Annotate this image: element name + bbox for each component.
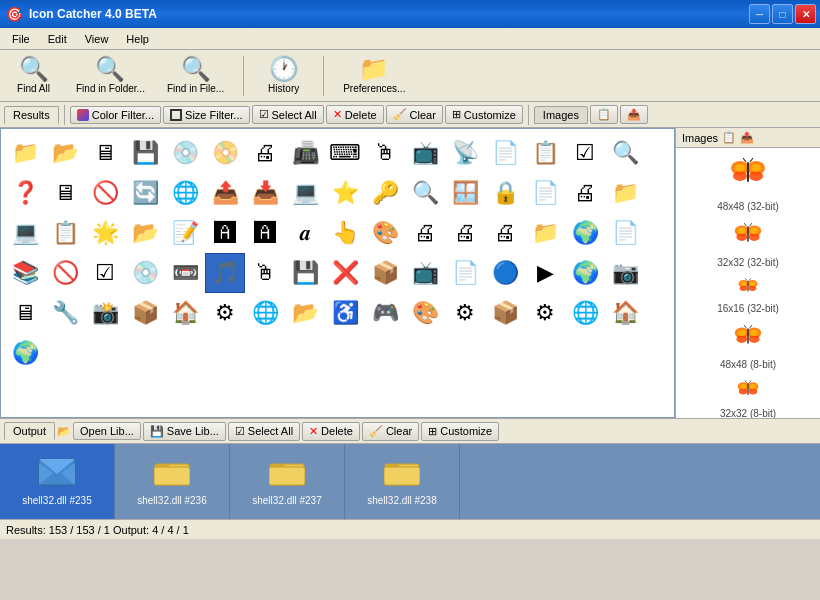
minimize-button[interactable]: ─ — [749, 4, 770, 24]
save-lib-button[interactable]: 💾 Save Lib... — [143, 422, 226, 441]
icon-cell[interactable]: 📦 — [485, 293, 525, 333]
icon-cell[interactable]: 💾 — [285, 253, 325, 293]
icon-cell[interactable]: 💿 — [125, 253, 165, 293]
icon-cell[interactable]: 🅰 — [245, 213, 285, 253]
icon-cell[interactable]: 📀 — [205, 133, 245, 173]
preferences-button[interactable]: 📁 Preferences... — [336, 54, 412, 97]
icon-cell[interactable]: 📥 — [245, 173, 285, 213]
icon-cell[interactable]: 📄 — [445, 253, 485, 293]
icon-cell[interactable]: 💻 — [5, 213, 45, 253]
icon-cell[interactable]: 🪟 — [445, 173, 485, 213]
icon-cell[interactable]: 💾 — [125, 133, 165, 173]
icon-cell[interactable]: 🎨 — [365, 213, 405, 253]
find-all-button[interactable]: 🔍 Find All — [6, 54, 61, 97]
icon-cell[interactable]: 💿 — [165, 133, 205, 173]
thumb-item[interactable]: shell32.dll #238 — [345, 444, 460, 519]
icon-cell[interactable]: 🌍 — [5, 333, 45, 373]
icon-cell[interactable]: 🌐 — [245, 293, 285, 333]
icon-cell[interactable]: 🔧 — [45, 293, 85, 333]
output-delete-button[interactable]: ✕ Delete — [302, 422, 360, 441]
icon-cell[interactable]: 🚫 — [85, 173, 125, 213]
icon-cell[interactable]: 📸 — [85, 293, 125, 333]
results-delete-button[interactable]: ✕ Delete — [326, 105, 384, 124]
icon-cell[interactable]: 📁 — [605, 173, 645, 213]
icon-cell[interactable]: 📦 — [365, 253, 405, 293]
menu-view[interactable]: View — [77, 31, 117, 47]
icon-cell[interactable]: 📺 — [405, 133, 445, 173]
close-button[interactable]: ✕ — [795, 4, 816, 24]
icon-cell[interactable]: 🔍 — [405, 173, 445, 213]
icon-cell[interactable]: 📼 — [165, 253, 205, 293]
icon-cell[interactable]: 🔵 — [485, 253, 525, 293]
output-tab[interactable]: Output — [4, 422, 55, 440]
icon-cell[interactable]: 🖥 — [45, 173, 85, 213]
icon-cell[interactable]: 🖱 — [245, 253, 285, 293]
icon-cell[interactable]: ❌ — [325, 253, 365, 293]
icon-cell[interactable]: 📤 — [205, 173, 245, 213]
icon-cell[interactable]: 🏠 — [605, 293, 645, 333]
color-filter-button[interactable]: Color Filter... — [70, 106, 161, 124]
icon-cell[interactable]: 📄 — [485, 133, 525, 173]
results-select-all-button[interactable]: ☑ Select All — [252, 105, 324, 124]
menu-help[interactable]: Help — [118, 31, 157, 47]
icon-cell[interactable]: ⚙ — [525, 293, 565, 333]
icon-cell[interactable]: 🌐 — [165, 173, 205, 213]
icon-cell[interactable]: ▶ — [525, 253, 565, 293]
thumb-item[interactable]: shell32.dll #235 — [0, 444, 115, 519]
open-lib-button[interactable]: Open Lib... — [73, 422, 141, 440]
icon-cell[interactable]: 🖱 — [365, 133, 405, 173]
thumb-item[interactable]: shell32.dll #236 — [115, 444, 230, 519]
icon-cell[interactable]: 🖨 — [445, 213, 485, 253]
icon-cell[interactable]: 📁 — [525, 213, 565, 253]
icon-cell[interactable]: 🎨 — [405, 293, 445, 333]
results-clear-button[interactable]: 🧹 Clear — [386, 105, 443, 124]
icon-cell[interactable]: 📚 — [5, 253, 45, 293]
icon-cell[interactable]: ⚙ — [205, 293, 245, 333]
images-export-button[interactable]: 📤 — [620, 105, 648, 124]
icon-cell[interactable]: 👆 — [325, 213, 365, 253]
icon-cell[interactable]: 🏠 — [165, 293, 205, 333]
icon-cell[interactable]: 📁 — [5, 133, 45, 173]
icon-cell[interactable]: 🖥 — [85, 133, 125, 173]
icon-cell[interactable]: 🔑 — [365, 173, 405, 213]
icon-cell[interactable]: 🌐 — [565, 293, 605, 333]
icon-cell[interactable]: 🎵 — [205, 253, 245, 293]
icon-cell[interactable]: ⚙ — [445, 293, 485, 333]
icon-cell[interactable]: 🖨 — [485, 213, 525, 253]
images-copy-button[interactable]: 📋 — [590, 105, 618, 124]
output-clear-button[interactable]: 🧹 Clear — [362, 422, 419, 441]
thumb-item[interactable]: shell32.dll #237 — [230, 444, 345, 519]
size-filter-button[interactable]: Size Filter... — [163, 106, 249, 124]
icon-cell[interactable]: ⌨ — [325, 133, 365, 173]
icon-cell[interactable]: 🔍 — [605, 133, 645, 173]
icon-cell[interactable]: ⭐ — [325, 173, 365, 213]
icon-cell[interactable]: 📄 — [605, 213, 645, 253]
menu-edit[interactable]: Edit — [40, 31, 75, 47]
icon-cell[interactable]: 📠 — [285, 133, 325, 173]
icon-cell[interactable]: 🌍 — [565, 213, 605, 253]
icon-cell[interactable]: 🖥 — [5, 293, 45, 333]
icon-cell[interactable]: 📺 — [405, 253, 445, 293]
results-customize-button[interactable]: ⊞ Customize — [445, 105, 523, 124]
output-customize-button[interactable]: ⊞ Customize — [421, 422, 499, 441]
icon-cell[interactable]: 💻 — [285, 173, 325, 213]
icon-cell[interactable]: 📋 — [525, 133, 565, 173]
icon-cell[interactable]: 📂 — [125, 213, 165, 253]
icon-cell[interactable]: 🎮 — [365, 293, 405, 333]
icon-cell[interactable]: 📂 — [45, 133, 85, 173]
history-button[interactable]: 🕐 History — [256, 54, 311, 97]
icon-cell[interactable]: 📋 — [45, 213, 85, 253]
icon-cell[interactable]: 🌍 — [565, 253, 605, 293]
find-file-button[interactable]: 🔍 Find in File... — [160, 54, 231, 97]
icon-cell[interactable]: 🖨 — [245, 133, 285, 173]
maximize-button[interactable]: □ — [772, 4, 793, 24]
results-tab[interactable]: Results — [4, 106, 59, 124]
find-folder-button[interactable]: 🔍 Find in Folder... — [69, 54, 152, 97]
icon-cell[interactable]: 📷 — [605, 253, 645, 293]
icon-cell[interactable]: 🚫 — [45, 253, 85, 293]
output-select-all-button[interactable]: ☑ Select All — [228, 422, 300, 441]
icon-cell[interactable]: 🌟 — [85, 213, 125, 253]
icon-cell[interactable]: 📡 — [445, 133, 485, 173]
icon-cell[interactable]: 📝 — [165, 213, 205, 253]
menu-file[interactable]: File — [4, 31, 38, 47]
